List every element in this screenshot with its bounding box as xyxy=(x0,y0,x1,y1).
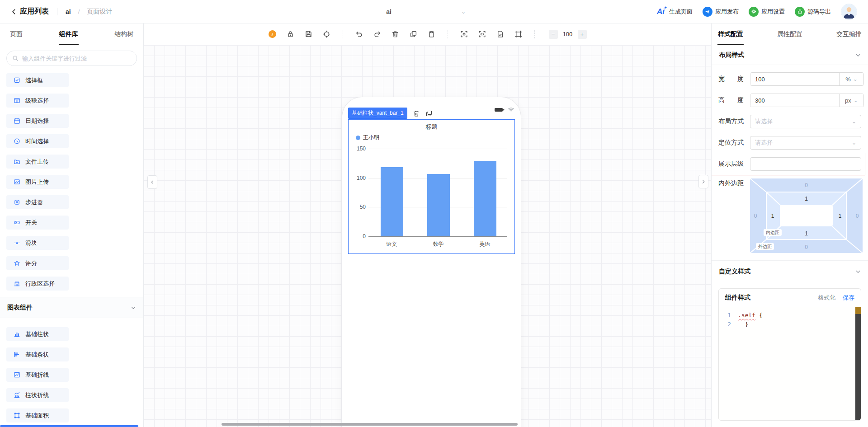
chevron-down-icon xyxy=(855,269,861,274)
component-item-checkbox[interactable]: 选择框 xyxy=(6,73,69,87)
custom-style-section-header[interactable]: 自定义样式 xyxy=(712,260,868,282)
gear-icon xyxy=(749,7,759,17)
delete-icon[interactable] xyxy=(392,30,399,38)
component-item-area-chart[interactable]: 基础面积 xyxy=(6,408,69,422)
layout-style-section-header[interactable]: 布局样式 xyxy=(712,45,868,65)
save-button[interactable]: 保存 xyxy=(843,294,854,302)
component-item-line-chart[interactable]: 基础折线 xyxy=(6,368,69,382)
tab-structure-tree[interactable]: 结构树 xyxy=(114,23,133,45)
width-unit-select[interactable]: %⌄ xyxy=(839,73,863,85)
component-item-clock[interactable]: 时间选择 xyxy=(6,134,69,148)
section-title: 布局样式 xyxy=(719,51,744,59)
tab-component-library[interactable]: 组件库 xyxy=(59,23,78,45)
save-icon[interactable] xyxy=(305,30,312,38)
component-item-switch[interactable]: 开关 xyxy=(6,216,69,230)
component-item-calendar[interactable]: 日期选择 xyxy=(6,114,69,128)
back-label: 应用列表 xyxy=(20,7,49,16)
svg-text:1: 1 xyxy=(771,213,774,219)
component-item-hbar-chart[interactable]: 基础条状 xyxy=(6,347,69,361)
format-button[interactable]: 格式化 xyxy=(818,294,835,302)
config-panel: 样式配置 属性配置 交互编排 布局样式 宽度 %⌄ 高度 xyxy=(711,23,868,427)
copy-icon[interactable] xyxy=(410,30,417,38)
component-search-input[interactable] xyxy=(22,55,131,62)
layout-mode-select[interactable]: 请选择 ⌄ xyxy=(750,115,861,128)
z-index-input[interactable] xyxy=(750,157,861,171)
tab-props-config[interactable]: 属性配置 xyxy=(777,23,802,45)
component-item-bar-chart[interactable]: 基础柱状 xyxy=(6,327,69,341)
left-panel-scrollbar[interactable] xyxy=(0,425,138,427)
height-field-row: 高度 px⌄ xyxy=(718,94,861,107)
position-mode-select[interactable]: 请选择 ⌄ xyxy=(750,136,861,150)
preview-icon[interactable] xyxy=(460,30,468,38)
user-avatar[interactable] xyxy=(841,4,857,20)
image-upload-icon xyxy=(14,178,20,185)
css-code-editor[interactable]: 12 .self { } xyxy=(719,307,861,421)
source-export-button[interactable]: 源码导出 xyxy=(795,7,831,17)
app-publish-label: 应用发布 xyxy=(715,8,739,16)
tab-interaction-config[interactable]: 交互编排 xyxy=(836,23,862,45)
line-numbers: 12 xyxy=(719,307,735,421)
width-input[interactable] xyxy=(750,73,839,85)
generate-page-button[interactable]: Ai✦ 生成页面 xyxy=(657,7,693,16)
chevron-down-icon xyxy=(131,305,136,310)
component-item-mixed-chart[interactable]: 柱状折线 xyxy=(6,388,69,402)
source-export-label: 源码导出 xyxy=(807,8,831,16)
component-item-label: 日期选择 xyxy=(25,117,49,125)
component-item-label: 基础折线 xyxy=(25,371,49,379)
component-item-rating[interactable]: 评分 xyxy=(6,256,69,270)
zoom-out-button[interactable]: − xyxy=(549,30,558,39)
component-item-label: 柱状折线 xyxy=(25,391,49,399)
redo-icon[interactable] xyxy=(373,30,381,38)
component-item-district[interactable]: 行政区选择 xyxy=(6,277,69,291)
component-item-slider[interactable]: 滑块 xyxy=(6,236,69,250)
paste-icon[interactable] xyxy=(428,30,435,38)
breadcrumb-page: 页面设计 xyxy=(87,8,112,16)
tab-style-config[interactable]: 样式配置 xyxy=(718,23,743,45)
component-item-image-upload[interactable]: 图片上传 xyxy=(6,175,69,189)
chart-components-section-header[interactable]: 图表组件 xyxy=(0,297,143,318)
undo-icon[interactable] xyxy=(355,30,363,38)
height-unit-select[interactable]: px⌄ xyxy=(839,94,863,107)
chevron-down-icon: ⌄ xyxy=(852,140,856,146)
component-item-file-upload[interactable]: 文件上传 xyxy=(6,155,69,169)
component-item-label: 滑块 xyxy=(25,239,37,247)
component-item-label: 基础柱状 xyxy=(25,330,49,338)
app-settings-button[interactable]: 应用设置 xyxy=(749,7,785,17)
code-content[interactable]: .self { } xyxy=(735,307,763,421)
doc-check-icon[interactable] xyxy=(496,30,504,38)
y-axis-tick-label: 0 xyxy=(350,233,366,239)
back-button[interactable]: 应用列表 xyxy=(11,7,49,16)
selected-component-bar-chart[interactable]: 基础柱状_vant_bar_1 标题王小明150100500语文数学英语 xyxy=(348,119,515,254)
canvas-horizontal-scrollbar[interactable] xyxy=(222,423,518,426)
component-search-box[interactable] xyxy=(6,51,137,66)
breadcrumb-separator: / xyxy=(78,8,80,15)
x-axis-category-label: 语文 xyxy=(378,240,406,248)
component-item-cascade[interactable]: 级联选择 xyxy=(6,94,69,108)
unlock-icon[interactable] xyxy=(287,30,294,38)
info-icon[interactable]: i xyxy=(269,30,276,38)
app-publish-button[interactable]: 应用发布 xyxy=(703,7,739,17)
collapse-left-panel-button[interactable] xyxy=(147,175,157,189)
delete-component-icon[interactable] xyxy=(413,110,420,117)
bar-英语 xyxy=(474,161,496,236)
page-selector-dropdown[interactable]: ai ⌄ xyxy=(316,0,466,23)
zoom-in-button[interactable]: + xyxy=(578,30,587,39)
canvas-grid-area[interactable]: 基础柱状_vant_bar_1 标题王小明150100500语文数学英语 xyxy=(144,45,711,427)
crosshair-icon[interactable] xyxy=(323,30,330,38)
frame-select-icon[interactable] xyxy=(514,30,522,38)
rating-icon xyxy=(14,260,20,267)
breadcrumb-app[interactable]: ai xyxy=(66,8,71,15)
app-settings-label: 应用设置 xyxy=(761,8,785,16)
height-input[interactable] xyxy=(750,94,839,107)
chevron-down-icon: ⌄ xyxy=(853,76,858,82)
minimap-thumb xyxy=(855,307,861,314)
tab-pages[interactable]: 页面 xyxy=(10,23,23,45)
editor-minimap[interactable] xyxy=(855,307,861,421)
collapse-right-panel-button[interactable] xyxy=(698,175,708,188)
code-view-icon[interactable] xyxy=(478,30,486,38)
component-item-stepper[interactable]: 步进器 xyxy=(6,195,69,209)
ai-logo-icon: Ai✦ xyxy=(657,7,666,16)
box-model-diagram[interactable]: 0 0 0 0 1 1 1 1 内边距 外边距 xyxy=(750,178,863,253)
copy-component-icon[interactable] xyxy=(425,110,433,117)
svg-text:0: 0 xyxy=(805,244,808,250)
